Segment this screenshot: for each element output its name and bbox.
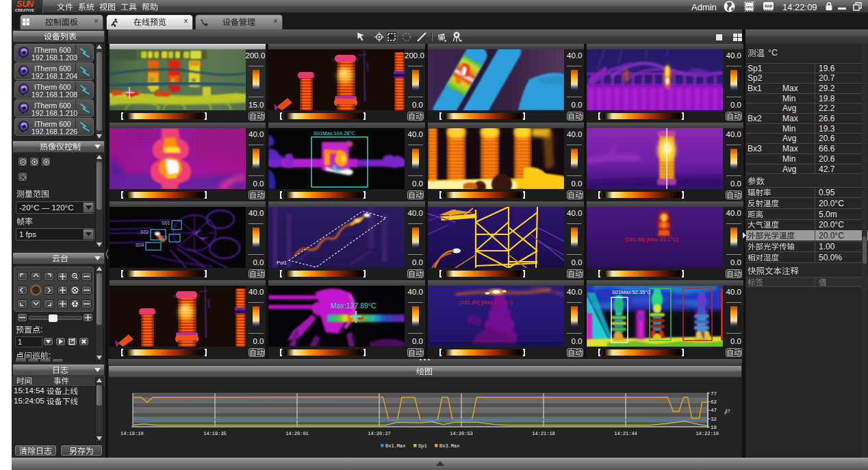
svg-text:Pol1: Pol1 bbox=[277, 260, 287, 266]
svg-text:14:20:01: 14:20:01 bbox=[285, 431, 309, 436]
svg-text:47: 47 bbox=[711, 408, 717, 413]
svg-text:S04: S04 bbox=[136, 243, 144, 247]
svg-text:14:21:44: 14:21:44 bbox=[614, 431, 637, 436]
svg-text:℘: ℘ bbox=[724, 406, 730, 415]
svg-text:[161.96] [Max 83.1°C]: [161.96] [Max 83.1°C] bbox=[625, 236, 678, 243]
svg-text:14:20:27: 14:20:27 bbox=[368, 431, 391, 436]
svg-text:Max:137.89°C: Max:137.89°C bbox=[331, 301, 376, 310]
svg-text:14:20:53: 14:20:53 bbox=[450, 431, 473, 436]
svg-text:14:19:35: 14:19:35 bbox=[203, 431, 227, 436]
svg-text:14:21:18: 14:21:18 bbox=[532, 431, 555, 436]
svg-text:S01Max:104.28°C: S01Max:104.28°C bbox=[314, 130, 356, 136]
svg-text:S03: S03 bbox=[159, 235, 168, 240]
svg-text:CPU: CPU bbox=[746, 5, 752, 9]
svg-text:RAM: RAM bbox=[765, 5, 772, 8]
svg-text:Bx3.Max: Bx3.Max bbox=[439, 443, 459, 449]
svg-text:Bx1.Max: Bx1.Max bbox=[385, 443, 405, 449]
svg-text:32: 32 bbox=[711, 417, 717, 422]
svg-text:S01Max:52.35°C: S01Max:52.35°C bbox=[612, 289, 651, 295]
svg-text:14:22:10: 14:22:10 bbox=[695, 431, 719, 436]
svg-text:[182.89] [Max 18.9°C]: [182.89] [Max 18.9°C] bbox=[459, 299, 513, 306]
svg-text:Sp1: Sp1 bbox=[418, 443, 427, 449]
svg-text:18: 18 bbox=[711, 425, 717, 430]
svg-text:S02: S02 bbox=[140, 230, 149, 234]
svg-text:S01: S01 bbox=[162, 221, 170, 225]
svg-text:62: 62 bbox=[711, 399, 717, 405]
svg-text:14:19:10: 14:19:10 bbox=[120, 431, 144, 436]
svg-text:77: 77 bbox=[711, 391, 717, 397]
